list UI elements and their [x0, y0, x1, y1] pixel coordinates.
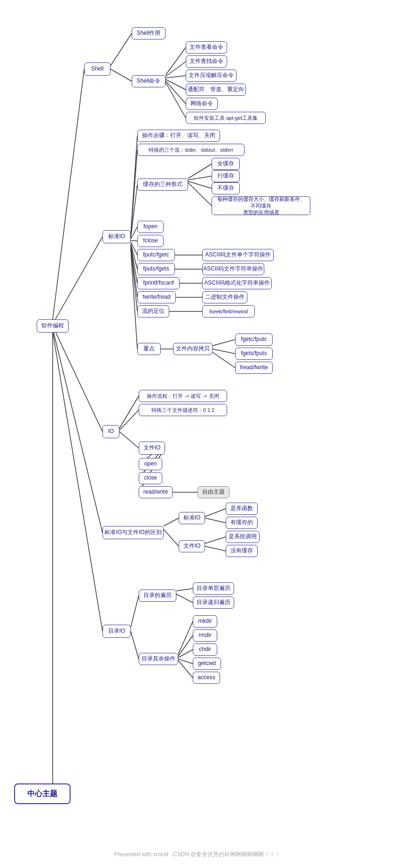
node-teshu_san_miaoshufu: 特殊三个文件描述符：0 1 2: [139, 404, 227, 416]
node-ascii_danzi: ASCII码文件单个字符操作: [202, 249, 274, 261]
node-ascii_zifuchuan: ASCII码文件字符串操作: [202, 263, 264, 275]
node-mulu_qita: 目录其余操作: [139, 653, 178, 665]
node-fputc_fgetc: fputc/fgetc: [137, 249, 175, 261]
node-huancun_sanzhong: 缓存的三种形式: [137, 178, 188, 191]
node-fseek: fseek/ftell/rewind: [202, 305, 255, 318]
node-liu_dingwei: 流的定位: [137, 305, 169, 318]
svg-line-51: [131, 631, 139, 659]
svg-line-46: [205, 509, 226, 517]
node-biaozhunIO: 标准IO: [103, 230, 131, 243]
node-access: access: [193, 672, 220, 684]
svg-line-53: [176, 594, 193, 603]
svg-line-50: [131, 596, 139, 627]
node-wenjian_chakan: 文件查看命令: [186, 41, 227, 54]
node-read_write: read/write: [139, 486, 173, 498]
svg-line-15: [131, 185, 137, 238]
svg-line-27: [131, 249, 137, 349]
node-muluIO: 目录IO: [103, 625, 131, 638]
svg-line-57: [178, 659, 193, 664]
svg-line-19: [188, 183, 212, 206]
node-ziyou_zhuti: 自由主题: [198, 486, 229, 498]
node-mulu_bianli: 目录的遍历: [139, 589, 176, 602]
node-getcwd: getcwd: [193, 658, 221, 670]
svg-line-18: [188, 181, 212, 188]
center-label: 中心主题: [27, 789, 57, 799]
svg-line-16: [188, 164, 212, 178]
svg-line-37: [119, 396, 139, 428]
node-ascii_geshi: ASCII码格式化字符串操作: [202, 277, 272, 289]
node-fgets_fputs2: fgets/fputs: [235, 348, 273, 360]
node-wenjian_neirong_kaobei: 文件内容拷贝: [173, 343, 213, 355]
svg-line-36: [213, 352, 235, 368]
svg-line-7: [166, 47, 186, 75]
node-meiyou_huancun: 没有缓存: [226, 545, 258, 557]
node-mulu_danlayer: 目录单层遍历: [193, 582, 234, 595]
node-bu_huancun: 不缓存: [212, 182, 240, 194]
svg-line-34: [213, 340, 235, 346]
svg-line-47: [205, 518, 226, 523]
node-wenjianIO: 文件IO: [139, 442, 165, 455]
node-meizhong_huancun: 每种缓存的缓存大小、缓存刷新条件、不同缓存 类型的应用场景: [212, 196, 310, 215]
svg-line-13: [131, 136, 137, 235]
node-ruanjian_anzhuang: 软件安装工具 apt-get工具集: [186, 112, 266, 124]
svg-line-10: [166, 79, 186, 90]
node-qubie_biaozhunIO: 标准IO: [179, 512, 205, 524]
node-caozuo_liucheng: 操作流程：打开 -> 读写 -> 关闭: [139, 390, 227, 402]
svg-line-58: [178, 660, 193, 678]
node-shell_minglin: Shell命令: [132, 75, 166, 87]
mindmap-container: 中心主题 软件编程ShellShell作用Shell命令文件查看命令文件查找命令…: [0, 0, 395, 845]
node-chdir: chdir: [193, 643, 217, 656]
svg-line-6: [111, 69, 132, 81]
svg-line-35: [213, 349, 235, 354]
node-close: close: [139, 472, 162, 484]
svg-line-20: [131, 227, 137, 239]
node-shi_xitong_diaoyong: 是系统调用: [226, 531, 260, 543]
svg-line-48: [205, 537, 226, 543]
node-shi_kuhanshu: 是库函数: [226, 503, 258, 515]
node-ruanjian: 软件编程: [37, 319, 69, 333]
svg-line-25: [131, 246, 137, 297]
svg-line-55: [178, 636, 193, 656]
svg-line-26: [131, 248, 137, 311]
node-biaozhunIO_wenjianIO_qubie: 标准IO与文件IO的区别: [103, 526, 164, 539]
svg-line-22: [131, 242, 137, 255]
svg-line-39: [119, 432, 139, 448]
svg-line-1: [53, 237, 103, 324]
svg-line-56: [178, 650, 193, 658]
svg-line-17: [188, 176, 212, 180]
svg-line-44: [164, 518, 179, 526]
node-shell: Shell: [84, 62, 111, 76]
node-mulu_digui: 目录递归遍历: [193, 597, 234, 609]
node-zhongdian: 重点: [137, 343, 161, 355]
svg-line-49: [205, 546, 226, 551]
svg-line-24: [131, 245, 137, 283]
node-open: open: [139, 458, 162, 470]
node-IO: IO: [103, 425, 119, 438]
node-fgetc_fputc2: fgetc/fputc: [235, 333, 273, 346]
svg-line-11: [166, 81, 186, 104]
svg-line-12: [166, 82, 186, 118]
svg-line-52: [176, 589, 193, 591]
node-fwrite_fread: fwrite/fread: [137, 291, 176, 303]
svg-line-8: [166, 62, 186, 77]
node-fopen: fopen: [137, 221, 164, 233]
node-qubie_wenjianIO: 文件IO: [179, 540, 205, 552]
node-caozuo_bushu: 操作步骤：打开、读写、关闭: [137, 130, 220, 142]
svg-line-2: [53, 326, 103, 432]
svg-line-21: [131, 240, 137, 241]
svg-line-14: [131, 150, 137, 236]
footer: Presented with xmind CSDN @要变优秀的科啊啊啊啊啊啊！…: [0, 851, 395, 859]
node-you_huancun: 有缓存的: [226, 517, 258, 529]
node-quan_huancun: 全缓存: [212, 158, 240, 170]
node-shell_zuoyong: Shell作用: [132, 27, 166, 39]
svg-line-5: [111, 33, 132, 66]
node-teshu_sanliu: 特殊的三个流：stdin、stdout、stderr: [137, 144, 245, 156]
svg-line-0: [53, 69, 84, 319]
node-fprintf_fscanf: fprintf/fscanf: [137, 277, 180, 289]
svg-line-54: [178, 621, 193, 654]
node-wangluo: 网络命令: [186, 98, 218, 110]
connector-lines: [0, 0, 395, 845]
node-fputs_fgets: fputs/fgets: [137, 263, 175, 275]
node-wenjian_chazhao: 文件查找命令: [186, 55, 227, 68]
node-rmdir: rmdir: [193, 629, 217, 642]
